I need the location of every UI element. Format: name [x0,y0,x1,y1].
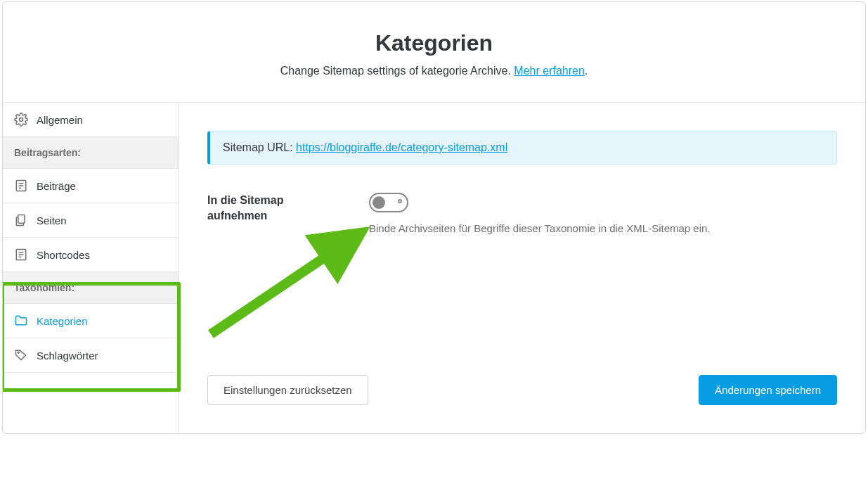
sidebar-item-categories[interactable]: Kategorien [3,304,179,338]
save-button[interactable]: Änderungen speichern [699,375,837,405]
gear-icon [14,113,28,127]
settings-panel: Kategorien Change Sitemap settings of ka… [2,1,866,434]
sidebar-item-tags[interactable]: Schlagwörter [3,338,179,373]
include-sitemap-toggle[interactable] [369,193,408,212]
sidebar-item-shortcodes[interactable]: Shortcodes [3,238,179,272]
page-title: Kategorien [17,30,851,56]
field-label: In die Sitemap aufnehmen [207,193,327,223]
field-help-text: Binde Archivseiten für Begriffe dieser T… [369,222,837,234]
sidebar-item-label: Kategorien [37,315,88,327]
sidebar-item-posts[interactable]: Beiträge [3,169,179,203]
document-icon [14,179,28,193]
content-footer: Einstellungen zurücksetzen Änderungen sp… [207,375,837,405]
pages-icon [14,213,28,227]
page-subtitle: Change Sitemap settings of kategorie Arc… [17,65,851,77]
svg-point-10 [18,352,19,353]
notice-prefix: Sitemap URL: [223,141,296,153]
content-area: Sitemap URL: https://bloggiraffe.de/cate… [179,103,865,433]
panel-header: Kategorien Change Sitemap settings of ka… [3,2,865,103]
svg-point-0 [20,118,23,122]
field-body: Binde Archivseiten für Begriffe dieser T… [369,193,837,234]
tag-icon [14,348,28,362]
sidebar-item-label: Seiten [37,215,67,226]
subtitle-text: Change Sitemap settings of kategorie Arc… [280,65,514,77]
field-include-sitemap: In die Sitemap aufnehmen Binde Archivsei… [207,193,837,234]
sidebar-item-label: Allgemein [37,114,83,126]
sidebar-item-label: Schlagwörter [37,350,98,362]
sidebar-item-pages[interactable]: Seiten [3,203,179,238]
sidebar: Allgemein Beitragsarten: Beiträge [3,103,179,433]
sidebar-item-general[interactable]: Allgemein [3,103,179,137]
sidebar-heading-taxonomies: Taxonomien: [3,272,179,304]
toggle-knob [373,196,385,209]
learn-more-link[interactable]: Mehr erfahren [514,65,585,77]
panel-body: Allgemein Beitragsarten: Beiträge [3,103,865,433]
sidebar-item-label: Shortcodes [37,249,90,261]
document-icon [14,248,28,262]
reset-button[interactable]: Einstellungen zurücksetzen [207,375,368,405]
sitemap-url-link[interactable]: https://bloggiraffe.de/category-sitemap.… [296,141,507,153]
subtitle-suffix: . [585,65,588,77]
sitemap-url-notice: Sitemap URL: https://bloggiraffe.de/cate… [207,131,837,165]
sidebar-item-label: Beiträge [37,180,76,192]
toggle-off-indicator [398,199,402,203]
folder-icon [14,314,28,328]
sidebar-heading-posttypes: Beitragsarten: [3,137,179,169]
svg-rect-5 [18,215,25,224]
